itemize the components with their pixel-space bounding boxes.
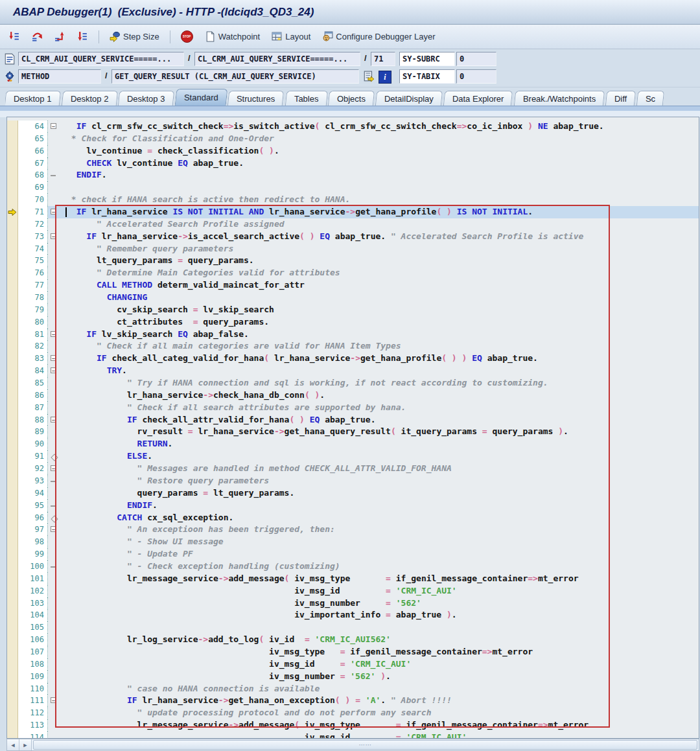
- fold-gutter-cell[interactable]: [48, 218, 61, 231]
- breakpoint-gutter-cell[interactable]: [7, 695, 18, 707]
- breakpoint-gutter-cell[interactable]: [7, 145, 18, 157]
- code-line-text[interactable]: CATCH cx_sql_exception.: [61, 512, 699, 524]
- fold-gutter-cell[interactable]: [48, 340, 61, 352]
- breakpoint-gutter-cell[interactable]: [7, 512, 18, 524]
- code-line-text[interactable]: " Remember query parameters: [61, 243, 699, 255]
- tab-desktop-2[interactable]: Desktop 2: [61, 91, 117, 106]
- fold-gutter-cell[interactable]: −: [48, 524, 61, 536]
- code-line[interactable]: 92− " Messages are handled in method CHE…: [7, 463, 699, 475]
- breakpoint-gutter-cell[interactable]: [7, 414, 18, 426]
- breakpoint-gutter-cell[interactable]: [7, 450, 18, 463]
- breakpoint-gutter-cell[interactable]: [7, 169, 18, 181]
- fold-gutter-cell[interactable]: [48, 560, 61, 573]
- breakpoint-gutter-cell[interactable]: [7, 658, 18, 671]
- code-line-text[interactable]: " Messages are handled in method CHECK_A…: [61, 463, 699, 475]
- breakpoint-gutter-cell[interactable]: [7, 683, 18, 695]
- scroll-right-arrow[interactable]: ►: [19, 739, 32, 750]
- code-line[interactable]: 74 " Remember query parameters: [7, 243, 699, 255]
- code-line-text[interactable]: iv_important_info = abap_true ).: [61, 609, 699, 621]
- code-line-text[interactable]: CHECK lv_continue EQ abap_true.: [61, 157, 699, 170]
- fold-gutter-cell[interactable]: [48, 646, 61, 658]
- fold-gutter-cell[interactable]: [48, 389, 61, 402]
- breakpoint-gutter-cell[interactable]: [7, 573, 18, 585]
- breakpoint-gutter-cell[interactable]: [7, 402, 18, 414]
- code-line-text[interactable]: " Check if all search attributes are sup…: [61, 402, 699, 414]
- step-over-button[interactable]: [28, 29, 47, 44]
- code-line-text[interactable]: TRY.: [61, 365, 699, 377]
- code-line[interactable]: 108 iv_msg_id = 'CRM_IC_AUI': [7, 658, 699, 671]
- code-line-text[interactable]: lr_log_service->add_to_log( iv_id = 'CRM…: [61, 634, 699, 646]
- fold-gutter-cell[interactable]: [48, 304, 61, 316]
- breakpoint-gutter-cell[interactable]: [7, 719, 18, 732]
- fold-gutter-cell[interactable]: [48, 133, 61, 145]
- fold-gutter-cell[interactable]: [48, 707, 61, 719]
- tab-break-watchpoints[interactable]: Break./Watchpoints: [513, 91, 605, 106]
- fold-gutter-cell[interactable]: −: [48, 352, 61, 365]
- code-line[interactable]: 79 cv_skip_search = lv_skip_search: [7, 304, 699, 316]
- fold-gutter-cell[interactable]: −: [48, 695, 61, 707]
- breakpoint-gutter-cell[interactable]: [7, 377, 18, 389]
- fold-gutter-cell[interactable]: [48, 500, 61, 512]
- code-line-text[interactable]: lv_continue = check_classification( ).: [61, 145, 699, 157]
- sy-subrc-label-field[interactable]: [399, 52, 455, 66]
- code-line-text[interactable]: " case no HANA connection is available: [61, 683, 699, 695]
- breakpoint-gutter-cell[interactable]: [7, 133, 18, 145]
- fold-gutter-cell[interactable]: [48, 658, 61, 671]
- event-name-field[interactable]: [111, 69, 359, 84]
- code-line-text[interactable]: ENDIF.: [61, 500, 699, 512]
- breakpoint-gutter-cell[interactable]: [7, 389, 18, 402]
- code-line[interactable]: 86 lr_hana_service->check_hana_db_conn( …: [7, 389, 699, 402]
- breakpoint-gutter-cell[interactable]: [7, 646, 18, 658]
- code-line-text[interactable]: iv_msg_number = '562': [61, 597, 699, 610]
- code-line[interactable]: 72 " Accelerated Search Profile assigned: [7, 218, 699, 231]
- event-type-field[interactable]: [18, 69, 101, 84]
- breakpoint-gutter-cell[interactable]: [7, 609, 18, 621]
- breakpoint-gutter-cell[interactable]: [7, 218, 18, 231]
- fold-gutter-cell[interactable]: [48, 671, 61, 683]
- tab-tables[interactable]: Tables: [285, 91, 327, 106]
- breakpoint-gutter-cell[interactable]: [7, 463, 18, 475]
- code-line[interactable]: 101 lr_message_service->add_message( iv_…: [7, 573, 699, 585]
- code-line[interactable]: 87 " Check if all search attributes are …: [7, 402, 699, 414]
- code-line[interactable]: 67 CHECK lv_continue EQ abap_true.: [7, 157, 699, 170]
- breakpoint-gutter-cell[interactable]: [7, 316, 18, 329]
- fold-gutter-cell[interactable]: [48, 732, 61, 739]
- code-line-text[interactable]: iv_msg_type = if_genil_message_container…: [61, 646, 699, 658]
- code-line[interactable]: 71− IF lr_hana_service IS NOT INITIAL AN…: [7, 206, 699, 218]
- code-line[interactable]: 93 " Restore query parameters: [7, 475, 699, 487]
- fold-gutter-cell[interactable]: [48, 267, 61, 279]
- code-line[interactable]: 102 iv_msg_id = 'CRM_IC_AUI': [7, 585, 699, 597]
- tab-detaildisplay[interactable]: DetailDisplay: [375, 91, 443, 106]
- tab-data-explorer[interactable]: Data Explorer: [443, 91, 513, 106]
- code-line[interactable]: 69: [7, 181, 699, 194]
- breakpoint-gutter-cell[interactable]: [7, 560, 18, 573]
- fold-collapse-icon[interactable]: −: [51, 331, 56, 337]
- fold-gutter-cell[interactable]: [48, 402, 61, 414]
- code-line[interactable]: 73− IF lr_hana_service->is_accel_search_…: [7, 231, 699, 243]
- code-line[interactable]: 94 query_params = lt_query_params.: [7, 487, 699, 500]
- sy-tabix-value-field[interactable]: [456, 69, 496, 84]
- code-line[interactable]: 77 CALL METHOD determ_valid_maincat_for_…: [7, 279, 699, 292]
- layout-button[interactable]: Layout: [268, 29, 314, 44]
- code-line[interactable]: 114 iv_msg_id = 'CRM_IC_AUI': [7, 732, 699, 739]
- breakpoint-gutter-cell[interactable]: [7, 121, 18, 133]
- breakpoint-gutter-cell[interactable]: [7, 304, 18, 316]
- code-line[interactable]: 85 " Try if HANA connection and sql is w…: [7, 377, 699, 389]
- code-line-text[interactable]: ct_attributes = query_params.: [61, 316, 699, 329]
- tab-sc[interactable]: Sc: [636, 91, 665, 106]
- fold-collapse-icon[interactable]: −: [51, 526, 56, 532]
- breakpoint-gutter-cell[interactable]: [7, 231, 18, 243]
- sy-subrc-value-field[interactable]: [456, 52, 496, 66]
- breakpoint-gutter-cell[interactable]: [7, 475, 18, 487]
- fold-gutter-cell[interactable]: [48, 181, 61, 194]
- tab-objects[interactable]: Objects: [328, 91, 375, 106]
- configure-debugger-layer-button[interactable]: Configure Debugger Layer: [318, 29, 439, 44]
- fold-gutter-cell[interactable]: [48, 512, 61, 524]
- code-line-text[interactable]: " Try if HANA connection and sql is work…: [61, 377, 699, 389]
- breakpoint-gutter-cell[interactable]: [7, 524, 18, 536]
- code-line[interactable]: 99 " - Update PF: [7, 548, 699, 560]
- fold-gutter-cell[interactable]: [48, 609, 61, 621]
- code-line-text[interactable]: lr_message_service->add_message( iv_msg_…: [61, 573, 699, 585]
- fold-gutter-cell[interactable]: [48, 487, 61, 500]
- code-line[interactable]: 95 ENDIF.: [7, 500, 699, 512]
